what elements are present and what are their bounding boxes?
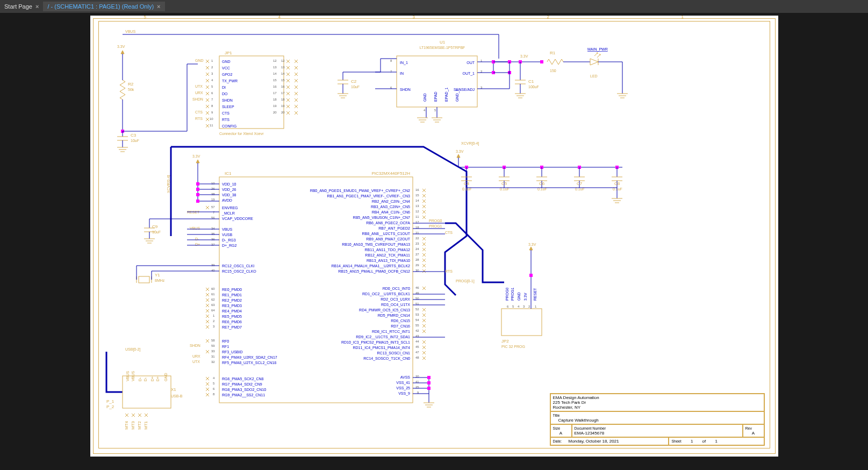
svg-text:RE7_PMD7: RE7_PMD7 (222, 325, 242, 330)
svg-text:47: 47 (415, 351, 419, 354)
svg-text:GND_1: GND_1 (455, 89, 460, 102)
svg-text:AVDD: AVDD (222, 198, 232, 202)
svg-text:RB15_AN15_PMALL_PMA0_OCFB_CN12: RB15_AN15_PMALL_PMA0_OCFB_CN12 (338, 269, 410, 274)
svg-text:40: 40 (211, 269, 215, 272)
svg-text:2: 2 (213, 319, 215, 323)
svg-text:20: 20 (281, 111, 285, 114)
svg-text:P_2: P_2 (106, 404, 114, 409)
svg-text:IN_1: IN_1 (400, 61, 408, 65)
svg-text:URX: URX (195, 91, 203, 95)
svg-text:RF3_USBID: RF3_USBID (222, 350, 243, 354)
jp1-leftpins: GND VCC GPO2 TX_PWR DI DO SHDN SLEEP CTS… (222, 60, 238, 128)
svg-text:RG6_PMA5_SCK2_CN8: RG6_PMA5_SCK2_CN8 (222, 377, 264, 381)
schematic-svg: VBUS 3.3V R2 56k C3 10uF JP1 Connector f… (90, 16, 778, 457)
svg-text:RF1: RF1 (222, 345, 229, 348)
svg-text:CTS: CTS (195, 110, 203, 114)
svg-rect-74 (540, 60, 543, 63)
svg-text:38: 38 (211, 193, 215, 196)
close-icon[interactable]: × (157, 3, 160, 10)
svg-text:20: 20 (273, 111, 277, 114)
svg-text:MT3: MT3 (131, 421, 135, 430)
svg-text:5: 5 (434, 109, 436, 112)
ic1-val: PIC32MX440F512H (371, 171, 410, 176)
svg-text:54: 54 (415, 318, 419, 322)
svg-text:C4: C4 (464, 181, 470, 186)
tab-bar: Start Page × / - (SCHEMATIC1 : PAGE1) (R… (0, 0, 868, 13)
svg-text:5: 5 (213, 382, 215, 385)
svg-text:PIC 32 PROG: PIC 32 PROG (501, 345, 525, 348)
svg-text:GND: GND (423, 93, 427, 102)
svg-rect-285 (427, 381, 431, 384)
svg-text:Y1: Y1 (155, 273, 160, 277)
svg-text:RB9_AN9_PMA7_C2OUT: RB9_AN9_PMA7_C2OUT (366, 237, 410, 241)
svg-text:RD7_CN16: RD7_CN16 (391, 324, 410, 329)
svg-text:3: 3 (523, 305, 525, 308)
svg-text:62: 62 (211, 298, 215, 301)
svg-text:RE5_PMD5: RE5_PMD5 (222, 315, 242, 319)
svg-text:18: 18 (273, 98, 277, 101)
ic1-right-pinx (422, 189, 426, 360)
svg-text:53: 53 (415, 313, 419, 316)
svg-text:RF4_PMA9_U2RX_SDA2_CN17: RF4_PMA9_U2RX_SDA2_CN17 (222, 355, 277, 360)
svg-text:11: 11 (210, 124, 213, 127)
svg-text:5: 5 (512, 305, 514, 308)
svg-rect-272 (529, 274, 533, 277)
svg-text:15: 15 (281, 79, 285, 82)
svg-text:VUSB: VUSB (222, 233, 232, 237)
svg-text:22: 22 (415, 237, 419, 240)
tab-schematic[interactable]: / - (SCHEMATIC1 : PAGE1) (Read Only) × (43, 2, 164, 11)
svg-text:MT4: MT4 (124, 421, 129, 430)
svg-text:RE2_PMD2: RE2_PMD2 (222, 298, 242, 303)
svg-text:SHDN: SHDN (222, 98, 233, 102)
svg-text:RB1_AN1_PGEC1_PMA7_VREF-_CVREF: RB1_AN1_PGEC1_PMA7_VREF-_CVREF-_CN3 (327, 194, 410, 198)
svg-text:RD0_OC1_INT0: RD0_OC1_INT0 (382, 287, 410, 291)
svg-text:_MCLR: _MCLR (221, 211, 235, 216)
svg-text:CTS: CTS (445, 231, 453, 234)
svg-text:URX: URX (192, 354, 200, 358)
svg-text:TX_PWR: TX_PWR (222, 79, 238, 83)
svg-text:GPO2: GPO2 (222, 73, 233, 76)
svg-rect-286 (427, 387, 431, 390)
svg-text:AVSS: AVSS (400, 375, 410, 379)
svg-text:C5: C5 (501, 181, 507, 186)
svg-text:UTX: UTX (195, 84, 203, 88)
u1-ref: U1 (439, 40, 445, 45)
svg-text:3: 3 (213, 325, 215, 328)
svg-text:48: 48 (415, 356, 419, 359)
svg-text:RG8_PMA3_SDO2_CN10: RG8_PMA3_SDO2_CN10 (222, 388, 266, 392)
svg-text:6: 6 (213, 387, 215, 390)
svg-text:44: 44 (415, 340, 419, 343)
tab-label: Start Page (4, 3, 32, 10)
svg-text:RF0: RF0 (222, 339, 229, 343)
jp1-leftnums: 12 34 56 78 910 11 (210, 59, 213, 127)
svg-text:SHDN: SHDN (400, 88, 411, 91)
svg-text:RB2_AN2_C2IN-_CN4: RB2_AN2_C2IN-_CN4 (371, 200, 410, 204)
svg-text:RTS: RTS (445, 269, 453, 273)
svg-text:59: 59 (211, 344, 215, 347)
svg-text:MT1: MT1 (144, 421, 148, 430)
svg-text:3.3V: 3.3V (523, 293, 527, 301)
svg-text:29: 29 (415, 264, 419, 267)
svg-text:D+: D+ (195, 243, 200, 246)
net-vbus: VBUS (125, 30, 135, 33)
svg-text:ENVREG: ENVREG (222, 206, 238, 210)
svg-text:RB12_AN12_TCK_PMA11: RB12_AN12_TCK_PMA11 (365, 253, 410, 258)
tab-start-page[interactable]: Start Page × (0, 2, 43, 11)
svg-text:19: 19 (211, 198, 215, 201)
svg-text:16: 16 (281, 85, 285, 88)
tb-company: EMA Design Automation (553, 395, 762, 400)
svg-text:GND: GND (195, 59, 204, 62)
svg-text:X1: X1 (171, 387, 176, 392)
svg-text:LED: LED (590, 74, 598, 78)
svg-text:10uF: 10uF (152, 230, 161, 234)
svg-text:14: 14 (273, 72, 277, 75)
svg-text:PROG0: PROG0 (505, 287, 509, 301)
schematic-canvas[interactable]: 5 4 3 2 1 VBUS 3.3V R2 56k C3 10uF (0, 13, 868, 470)
svg-text:SHDN: SHDN (192, 97, 203, 101)
svg-text:39: 39 (211, 264, 215, 267)
close-icon[interactable]: × (35, 3, 39, 10)
svg-text:RD4_PMWR_OC5_IC5_CN13: RD4_PMWR_OC5_IC5_CN13 (359, 308, 410, 312)
svg-text:60: 60 (211, 287, 215, 290)
svg-text:7: 7 (211, 98, 213, 101)
svg-text:5: 5 (211, 85, 213, 88)
